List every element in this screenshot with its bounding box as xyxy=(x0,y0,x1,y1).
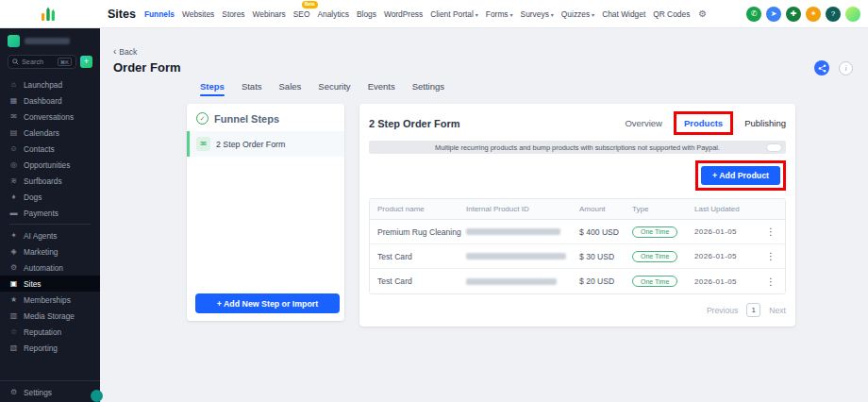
user-avatar[interactable] xyxy=(845,7,860,22)
order-form-panel: 2 Step Order Form Overview Products Publ… xyxy=(359,104,795,327)
top-tab-websites[interactable]: Websites xyxy=(182,8,214,21)
marketing-icon: ◈ xyxy=(9,247,18,256)
account-name-redacted xyxy=(25,38,70,44)
cell-product-name: Premium Rug Cleaning xyxy=(377,227,466,237)
tab-steps[interactable]: Steps xyxy=(200,81,225,96)
sidebar-item-label: Dogs xyxy=(24,193,42,202)
top-tab-forms[interactable]: Forms▾ xyxy=(486,8,513,21)
opportunities-icon: ◎ xyxy=(9,160,18,169)
sidebar-item-dashboard[interactable]: ▦Dashboard xyxy=(0,92,100,109)
top-tab-funnels[interactable]: Funnels xyxy=(144,8,175,21)
top-tab-surveys[interactable]: Surveys▾ xyxy=(521,8,554,21)
surfboards-icon: ≋ xyxy=(9,176,18,185)
app-logo-icon xyxy=(40,6,57,23)
top-tab-wordpress[interactable]: WordPress xyxy=(384,8,423,21)
sidebar-item-ai-agents[interactable]: ✦AI Agents xyxy=(0,227,100,243)
sidebar-item-marketing[interactable]: ◈Marketing xyxy=(0,243,100,260)
beta-badge: Beta xyxy=(302,1,318,8)
row-menu-kebab-icon[interactable]: ⋮ xyxy=(764,276,777,287)
order-form-tabs: Steps Stats Sales Security Events Settin… xyxy=(187,81,781,96)
info-button[interactable]: i xyxy=(839,61,853,75)
tab-security[interactable]: Security xyxy=(318,81,350,96)
tab-stats[interactable]: Stats xyxy=(242,81,262,96)
notifications-bell-icon[interactable]: ✶ xyxy=(806,7,821,22)
account-switcher[interactable] xyxy=(8,35,92,47)
help-icon[interactable]: ? xyxy=(826,7,841,22)
funnel-step-item[interactable]: ✉ 2 Step Order Form xyxy=(187,131,344,157)
top-tab-chat-widget[interactable]: Chat Widget xyxy=(602,8,645,21)
next-page-button[interactable]: Next xyxy=(769,306,786,315)
media-storage-icon: ▥ xyxy=(9,311,18,320)
redacted-id-bar xyxy=(466,228,560,235)
sidebar-item-launchpad[interactable]: ⌂Launchpad xyxy=(0,76,100,92)
search-input[interactable] xyxy=(22,58,55,66)
top-tab-analytics[interactable]: Analytics xyxy=(317,8,349,21)
share-button[interactable] xyxy=(814,60,829,75)
sidebar-item-opportunities[interactable]: ◎Opportunities xyxy=(0,157,100,173)
table-row: Premium Rug Cleaning $ 400 USD One Time … xyxy=(370,220,785,244)
cell-internal-id-redacted xyxy=(466,253,579,260)
top-tab-quizzes-label: Quizzes xyxy=(561,9,590,19)
row-menu-kebab-icon[interactable]: ⋮ xyxy=(764,251,777,261)
tab-sales[interactable]: Sales xyxy=(279,81,302,96)
sidebar-item-sites[interactable]: ▣Sites xyxy=(0,276,100,292)
sidebar-item-media-storage[interactable]: ▥Media Storage xyxy=(0,308,100,324)
rocket-icon[interactable]: ➤ xyxy=(766,7,781,22)
add-product-button[interactable]: + Add Product xyxy=(701,166,780,185)
top-tab-forms-label: Forms xyxy=(486,9,509,19)
header-icon-cluster: ✆ ➤ ✚ ✶ ? xyxy=(746,7,860,22)
gear-icon: ⚙ xyxy=(9,388,18,396)
tab-settings[interactable]: Settings xyxy=(412,81,444,96)
quick-add-button[interactable]: + xyxy=(80,56,92,68)
apps-icon[interactable]: ✚ xyxy=(786,7,801,22)
sidebar-item-label: Reputation xyxy=(24,327,61,337)
sidebar-item-conversations[interactable]: ✉Conversations xyxy=(0,109,100,125)
sidebar-item-reputation[interactable]: ☆Reputation xyxy=(0,324,100,340)
sidebar-item-automation[interactable]: ⚙Automation xyxy=(0,260,100,276)
gear-icon[interactable]: ⚙ xyxy=(698,8,707,19)
phone-icon[interactable]: ✆ xyxy=(746,7,761,22)
back-chevron-icon: ‹ xyxy=(113,48,116,56)
sidebar-item-label: Dashboard xyxy=(24,96,62,106)
sidebar-item-contacts[interactable]: ☺Contacts xyxy=(0,141,100,157)
top-header: Sites Funnels Websites Stores Webinars S… xyxy=(0,0,868,28)
cell-type: One Time xyxy=(632,276,694,287)
share-icon xyxy=(818,64,826,73)
previous-page-button[interactable]: Previous xyxy=(707,306,738,315)
panel-tab-publishing[interactable]: Publishing xyxy=(744,118,786,128)
top-tab-qr-codes[interactable]: QR Codes xyxy=(653,8,690,21)
type-badge: One Time xyxy=(632,226,677,238)
sidebar-item-surfboards[interactable]: ≋Surfboards xyxy=(0,173,100,189)
chevron-down-icon: ▾ xyxy=(551,12,554,18)
top-tab-surveys-label: Surveys xyxy=(521,9,549,19)
page-header: ‹Back Order Form i xyxy=(100,28,868,75)
notice-toggle[interactable] xyxy=(766,143,782,152)
page-number-1[interactable]: 1 xyxy=(746,303,760,317)
search-box[interactable]: ⌘K xyxy=(8,55,76,69)
chevron-down-icon: ▾ xyxy=(476,12,478,18)
table-row: Test Card $ 20 USD One Time 2026-01-05 ⋮ xyxy=(370,269,785,293)
top-tab-seo[interactable]: SEOBeta xyxy=(293,8,310,21)
paypal-notice-text: Multiple recurring products and bump pro… xyxy=(435,143,720,152)
col-last-updated: Last Updated xyxy=(694,205,764,213)
sidebar-item-settings[interactable]: ⚙Settings xyxy=(0,384,100,400)
page-header-actions: i xyxy=(814,60,853,75)
panel-tab-products[interactable]: Products xyxy=(684,118,723,128)
top-tab-webinars[interactable]: Webinars xyxy=(253,8,286,21)
row-menu-kebab-icon[interactable]: ⋮ xyxy=(764,226,777,237)
back-link[interactable]: ‹Back xyxy=(113,47,137,57)
top-tab-blogs[interactable]: Blogs xyxy=(357,8,376,21)
top-tab-client-portal[interactable]: Client Portal▾ xyxy=(430,8,478,21)
tab-events[interactable]: Events xyxy=(368,81,395,96)
top-tab-quizzes[interactable]: Quizzes▾ xyxy=(561,8,594,21)
conversations-icon: ✉ xyxy=(9,112,18,121)
add-new-step-button[interactable]: + Add New Step or Import xyxy=(195,293,340,313)
sidebar-item-payments[interactable]: ▬Payments xyxy=(0,205,100,221)
sidebar-item-memberships[interactable]: ★Memberships xyxy=(0,292,100,308)
support-chat-bubble[interactable] xyxy=(91,390,103,402)
panel-tab-overview[interactable]: Overview xyxy=(625,118,662,128)
sidebar-item-dogs[interactable]: ♦Dogs xyxy=(0,189,100,205)
sidebar-item-calendars[interactable]: ▤Calendars xyxy=(0,125,100,141)
top-tab-stores[interactable]: Stores xyxy=(222,8,244,21)
sidebar-item-reporting[interactable]: ▧Reporting xyxy=(0,340,100,356)
